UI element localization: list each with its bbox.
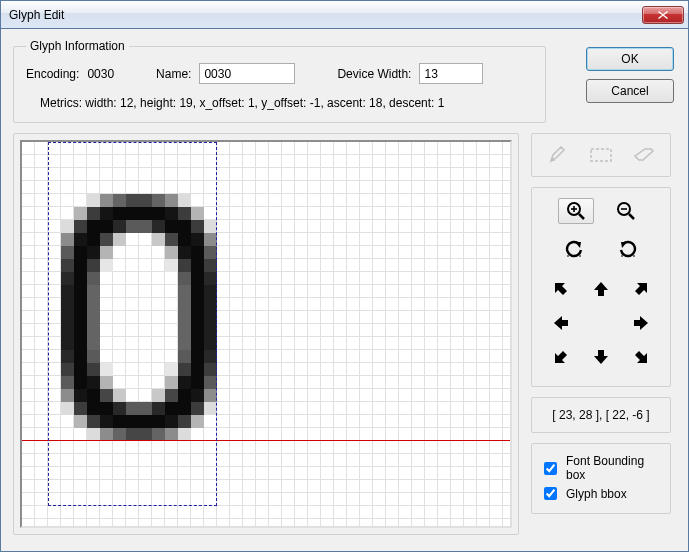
move-down-left[interactable] <box>543 344 579 370</box>
ok-button[interactable]: OK <box>586 47 674 71</box>
baseline <box>22 440 510 441</box>
zoom-out-icon <box>616 201 636 221</box>
pencil-icon <box>548 146 568 164</box>
rotate-cw-icon <box>617 239 639 259</box>
move-right[interactable] <box>623 310 659 336</box>
name-label: Name: <box>156 67 191 81</box>
content-area: OK Cancel Glyph Information Encoding: 00… <box>1 29 688 551</box>
arrow-down-right-icon <box>632 348 650 366</box>
glyph-bbox-label: Glyph bbox <box>566 487 627 501</box>
encoding-value: 0030 <box>87 67 114 81</box>
zoom-in-button[interactable] <box>558 198 594 224</box>
bbox-options: Font Bounding box Glyph bbox <box>531 443 671 514</box>
encoding-label: Encoding: <box>26 67 79 81</box>
metrics-label: Metrics: <box>40 96 82 110</box>
coord-readout: [ 23, 28 ], [ 22, -6 ] <box>531 397 671 433</box>
move-down-right[interactable] <box>623 344 659 370</box>
font-bbox-checkbox[interactable] <box>544 462 557 475</box>
select-tool[interactable] <box>583 142 619 168</box>
arrow-up-right-icon <box>632 280 650 298</box>
move-left[interactable] <box>543 310 579 336</box>
glyph-info-legend: Glyph Information <box>26 39 129 53</box>
zoom-in-icon <box>566 201 586 221</box>
titlebar: Glyph Edit <box>1 1 688 29</box>
arrow-up-icon <box>592 280 610 298</box>
ok-label: OK <box>621 52 638 66</box>
eraser-tool[interactable] <box>626 142 662 168</box>
device-width-input[interactable] <box>419 63 483 84</box>
rotate-ccw-icon <box>563 239 585 259</box>
arrow-up-left-icon <box>552 280 570 298</box>
pencil-tool[interactable] <box>540 142 576 168</box>
window-title: Glyph Edit <box>9 8 642 22</box>
font-bbox-label: Font Bounding box <box>566 454 662 482</box>
coord-text: [ 23, 28 ], [ 22, -6 ] <box>552 408 649 422</box>
rotate-cw-button[interactable] <box>610 236 646 262</box>
rotate-ccw-button[interactable] <box>556 236 592 262</box>
name-input[interactable] <box>199 63 295 84</box>
move-up[interactable] <box>583 276 619 302</box>
svg-rect-0 <box>591 149 611 161</box>
select-icon <box>590 148 612 162</box>
arrow-down-left-icon <box>552 348 570 366</box>
arrow-left-icon <box>552 314 570 332</box>
move-down[interactable] <box>583 344 619 370</box>
move-up-left[interactable] <box>543 276 579 302</box>
arrow-right-icon <box>632 314 650 332</box>
glyph-bbox-check[interactable]: Glyph bbox <box>540 484 662 503</box>
glyph-info-group: Glyph Information Encoding: 0030 Name: D… <box>13 39 546 123</box>
cancel-label: Cancel <box>611 84 648 98</box>
glyph-canvas[interactable] <box>20 140 512 528</box>
close-button[interactable] <box>642 6 684 24</box>
view-tools <box>531 187 671 387</box>
metrics-value: width: 12, height: 19, x_offset: 1, y_of… <box>85 96 444 110</box>
arrow-down-icon <box>592 348 610 366</box>
svg-line-6 <box>629 214 634 219</box>
font-bbox-check[interactable]: Font Bounding box <box>540 454 662 482</box>
zoom-out-button[interactable] <box>608 198 644 224</box>
canvas-frame <box>13 133 519 535</box>
dialog-window: Glyph Edit OK Cancel Glyph Information E… <box>0 0 689 552</box>
draw-tools <box>531 133 671 177</box>
svg-line-2 <box>579 214 584 219</box>
eraser-icon <box>633 148 655 162</box>
device-width-label: Device Width: <box>337 67 411 81</box>
nav-grid <box>543 276 659 374</box>
tools-column: [ 23, 28 ], [ 22, -6 ] Font Bounding box… <box>531 133 671 535</box>
cancel-button[interactable]: Cancel <box>586 79 674 103</box>
move-up-right[interactable] <box>623 276 659 302</box>
glyph-bbox-checkbox[interactable] <box>544 487 557 500</box>
close-icon <box>658 11 668 19</box>
